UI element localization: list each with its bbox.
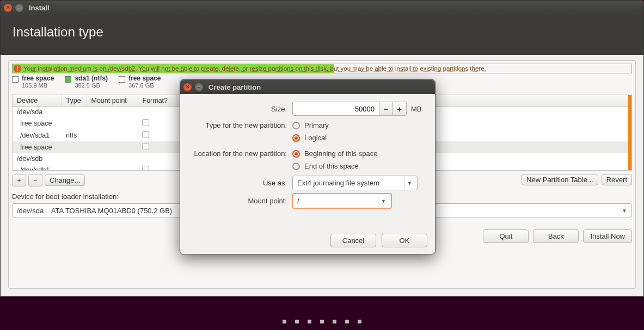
size-input[interactable] — [292, 102, 379, 116]
useas-value: Ext4 journaling file system — [297, 179, 379, 187]
warning-icon: ! — [14, 65, 21, 72]
install-now-button[interactable]: Install Now — [583, 229, 632, 243]
radio-label: Beginning of this space — [304, 150, 377, 158]
type-label: Type for the new partition: — [188, 119, 292, 129]
new-partition-table-button[interactable]: New Partition Table... — [522, 174, 598, 185]
minimize-icon[interactable]: – — [195, 83, 203, 91]
size-label: Size: — [188, 105, 292, 113]
cell-format — [138, 153, 176, 164]
cell-device: /dev/sdb1 — [13, 164, 62, 171]
location-begin-radio[interactable]: Beginning of this space — [292, 147, 377, 160]
create-partition-dialog: ✕ – Create partition Size: − + MB Type f… — [180, 79, 436, 254]
type-logical-radio[interactable]: Logical — [292, 132, 329, 144]
ok-button[interactable]: OK — [382, 234, 427, 247]
minimize-icon[interactable]: – — [15, 4, 23, 12]
partition-legend: free space 105.9 MB sda1 (ntfs) 382.5 GB… — [12, 75, 161, 89]
legend-swatch-free — [119, 76, 125, 83]
cancel-button[interactable]: Cancel — [330, 234, 376, 247]
table-resize-handle[interactable] — [628, 95, 631, 170]
legend-swatch-free — [12, 76, 19, 83]
legend-item: sda1 (ntfs) 382.5 GB — [65, 75, 108, 89]
pager-dot — [358, 320, 361, 323]
close-icon[interactable]: ✕ — [4, 4, 12, 12]
radio-icon — [292, 122, 300, 129]
boot-device-value: /dev/sda ATA TOSHIBA MQ01ABD0 (750.2 GB) — [17, 207, 172, 215]
dialog-titlebar: ✕ – Create partition — [180, 80, 435, 94]
boot-device-label: Device for boot loader installation: — [12, 192, 119, 201]
size-increment-button[interactable]: + — [392, 102, 407, 116]
back-button[interactable]: Back — [533, 229, 579, 243]
legend-sub: 367.6 GB — [128, 82, 161, 89]
cell-mount — [87, 117, 138, 129]
legend-item: free space 367.6 GB — [119, 75, 161, 89]
useas-label: Use as: — [188, 179, 292, 187]
chevron-down-icon: ▼ — [404, 176, 415, 190]
cell-format — [138, 164, 176, 171]
size-decrement-button[interactable]: − — [379, 102, 393, 116]
table-edit-buttons: + − Change... — [12, 174, 85, 186]
pager-dot — [345, 320, 349, 323]
warning-text: Your installation medium is on /dev/sdb2… — [23, 65, 486, 72]
location-end-radio[interactable]: End of this space — [292, 160, 377, 172]
cell-type — [62, 107, 87, 118]
cell-mount — [87, 141, 138, 153]
mount-value: / — [297, 197, 299, 205]
pager-dot — [283, 320, 286, 323]
col-format[interactable]: Format? — [138, 95, 176, 107]
legend-label: free space — [128, 75, 161, 82]
window-title: Install — [29, 4, 50, 12]
cell-format — [138, 117, 176, 129]
cell-device: free space — [13, 117, 62, 129]
type-primary-radio[interactable]: Primary — [292, 119, 329, 132]
window-titlebar: ✕ – Install — [1, 1, 643, 15]
cell-device: free space — [13, 141, 62, 153]
location-label: Location for the new partition: — [188, 147, 292, 158]
pager-dot — [308, 320, 311, 323]
cell-format — [138, 107, 176, 118]
format-checkbox[interactable] — [142, 143, 149, 150]
mount-point-select[interactable]: / ▼ — [292, 194, 391, 208]
format-checkbox[interactable] — [142, 166, 149, 171]
size-unit: MB — [411, 105, 422, 113]
legend-label: free space — [22, 75, 54, 82]
page-title: Installation type — [1, 15, 643, 40]
cell-mount — [87, 164, 138, 171]
add-partition-button[interactable]: + — [12, 174, 26, 186]
radio-icon — [292, 150, 300, 158]
dialog-title: Create partition — [208, 83, 261, 91]
format-checkbox[interactable] — [142, 119, 149, 126]
format-checkbox[interactable] — [142, 131, 149, 138]
cell-mount — [87, 153, 138, 164]
pager-dots — [0, 320, 644, 323]
remove-partition-button[interactable]: − — [28, 174, 42, 186]
useas-select[interactable]: Ext4 journaling file system ▼ — [292, 176, 418, 190]
radio-icon — [292, 163, 300, 170]
pager-dot — [295, 320, 299, 323]
col-device[interactable]: Device — [13, 95, 62, 107]
cell-type — [62, 164, 87, 171]
cell-type — [62, 153, 87, 164]
legend-sub: 105.9 MB — [22, 82, 54, 89]
change-partition-button[interactable]: Change... — [45, 175, 85, 186]
chevron-down-icon: ▼ — [378, 194, 389, 208]
revert-button[interactable]: Revert — [602, 174, 632, 185]
radio-label: End of this space — [304, 162, 359, 170]
cell-type — [62, 141, 87, 153]
cell-mount — [87, 107, 138, 118]
legend-swatch-ntfs — [65, 76, 71, 83]
pager-dot — [333, 320, 336, 323]
footer-buttons: Quit Back Install Now — [483, 229, 632, 243]
table-right-buttons: New Partition Table... Revert — [522, 174, 632, 185]
col-mount[interactable]: Mount point — [87, 95, 138, 107]
legend-label: sda1 (ntfs) — [75, 75, 108, 82]
radio-icon — [292, 134, 300, 142]
header-strip: Installation type — [1, 15, 643, 55]
radio-label: Logical — [304, 134, 327, 142]
quit-button[interactable]: Quit — [483, 229, 529, 243]
warning-banner: ! Your installation medium is on /dev/sd… — [12, 64, 632, 73]
mount-label: Mount point: — [188, 197, 292, 205]
cell-device: /dev/sdb — [13, 153, 62, 164]
close-icon[interactable]: ✕ — [183, 83, 192, 91]
radio-label: Primary — [304, 121, 329, 129]
col-type[interactable]: Type — [62, 95, 87, 107]
